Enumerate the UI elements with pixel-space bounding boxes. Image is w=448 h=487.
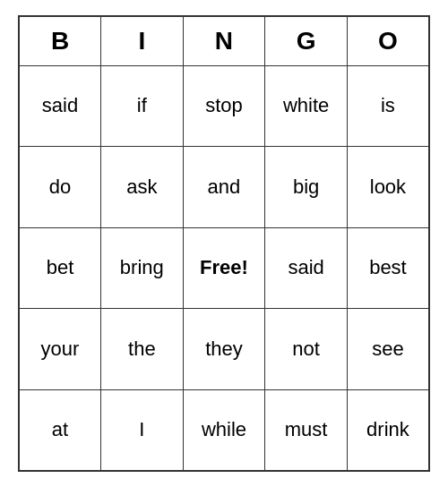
bingo-cell: if: [101, 65, 184, 147]
bingo-cell: big: [265, 147, 348, 228]
bingo-cell: ask: [101, 147, 184, 228]
bingo-cell: do: [19, 147, 101, 228]
bingo-cell: I: [101, 389, 184, 471]
bingo-header-cell: G: [265, 16, 348, 65]
bingo-header-cell: B: [19, 16, 101, 65]
bingo-cell: said: [265, 227, 348, 309]
bingo-header-cell: O: [347, 16, 429, 65]
bingo-header-row: BINGO: [19, 16, 429, 65]
bingo-cell: Free!: [183, 227, 265, 309]
bingo-cell: your: [19, 309, 101, 390]
bingo-cell: stop: [183, 65, 265, 147]
bingo-cell: drink: [347, 389, 429, 471]
bingo-cell: not: [265, 309, 348, 390]
bingo-row: doaskandbiglook: [19, 147, 429, 228]
bingo-card: BINGO saidifstopwhiteisdoaskandbiglookbe…: [18, 15, 430, 472]
bingo-cell: said: [19, 65, 101, 147]
bingo-cell: see: [347, 309, 429, 390]
bingo-cell: must: [265, 389, 348, 471]
bingo-header-cell: I: [101, 16, 184, 65]
bingo-cell: the: [101, 309, 184, 390]
bingo-cell: they: [183, 309, 265, 390]
bingo-cell: white: [265, 65, 348, 147]
bingo-row: yourthetheynotsee: [19, 309, 429, 390]
bingo-row: saidifstopwhiteis: [19, 65, 429, 147]
bingo-cell: bet: [19, 227, 101, 309]
bingo-cell: and: [183, 147, 265, 228]
bingo-cell: at: [19, 389, 101, 471]
bingo-header-cell: N: [183, 16, 265, 65]
bingo-cell: look: [347, 147, 429, 228]
bingo-cell: best: [347, 227, 429, 309]
bingo-cell: while: [183, 389, 265, 471]
bingo-row: atIwhilemustdrink: [19, 389, 429, 471]
bingo-cell: is: [347, 65, 429, 147]
bingo-cell: bring: [101, 227, 184, 309]
bingo-row: betbringFree!saidbest: [19, 227, 429, 309]
